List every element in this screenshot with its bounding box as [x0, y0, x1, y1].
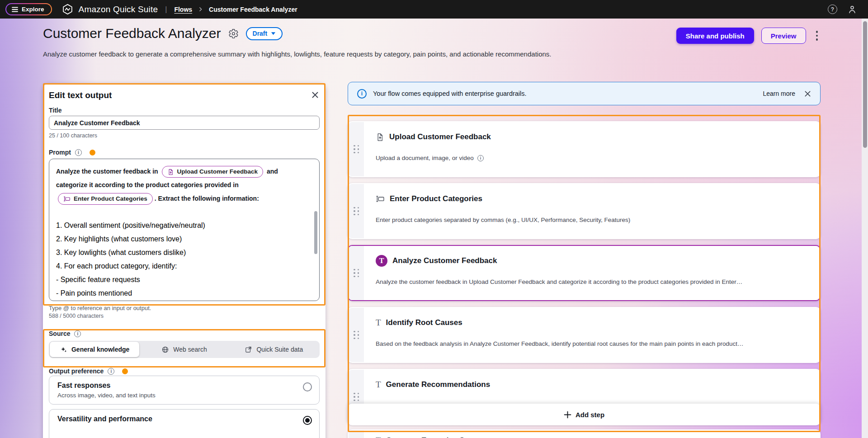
step-title: Upload Customer Feedback — [389, 132, 491, 141]
step-title: Identify Root Causes — [386, 318, 462, 327]
source-tab-label: Web search — [173, 346, 207, 353]
option-title: Versatility and performance — [57, 415, 311, 423]
source-segmented-control: General knowledge Web search — [49, 341, 320, 358]
text-step-badge-icon: T — [376, 255, 387, 267]
prompt-text-segment: Analyze the customer feedback in — [56, 168, 158, 175]
source-label: Source — [49, 330, 70, 337]
drag-dots-icon — [354, 269, 359, 278]
preview-button[interactable]: Preview — [761, 28, 806, 44]
output-preference-label: Output preference — [49, 367, 104, 375]
drag-handle[interactable] — [349, 308, 364, 362]
flow-step-card-1[interactable]: T T Upload Customer Feedback Upload a do… — [348, 121, 821, 177]
prompt-hint: Type @ to reference an input or output. — [49, 305, 320, 311]
close-icon[interactable] — [311, 90, 320, 99]
output-options: Fast responses Across image, video, and … — [49, 376, 320, 438]
step-title: Generate Recommendations — [386, 380, 491, 389]
prompt-list-line: - Pain points mentioned — [56, 287, 308, 300]
flow-editor-page: Customer Feedback Analyzer Draft Share a… — [0, 19, 868, 438]
text-step-icon: T — [376, 436, 381, 438]
prompt-list-line: 3. Key lowlights (what customers dislike… — [56, 246, 308, 259]
upload-file-icon — [376, 133, 384, 141]
add-step-label: Add step — [576, 411, 604, 419]
step-info-icon[interactable]: i — [477, 155, 484, 161]
guardrails-info-banner: i Your flow comes equipped with enterpri… — [348, 82, 821, 105]
step-title: Generate Executive Summary — [386, 436, 495, 438]
explore-button[interactable]: Explore — [5, 3, 52, 15]
prompt-info-icon[interactable]: i — [75, 149, 82, 156]
source-tab-data[interactable]: Quick Suite data — [229, 342, 319, 357]
globe-icon — [161, 346, 169, 353]
text-input-icon — [63, 195, 71, 203]
breadcrumb-chevron-icon — [198, 6, 203, 12]
source-tab-globe[interactable]: Web search — [139, 342, 229, 357]
title-character-counter: 25 / 100 characters — [49, 132, 320, 139]
top-navigation-bar: Explore Amazon Quick Suite | Flows Custo… — [0, 0, 868, 19]
upload-file-icon — [167, 169, 174, 175]
nav-flows-link[interactable]: Flows — [174, 6, 192, 13]
help-icon[interactable]: ? — [828, 5, 837, 14]
more-options-kebab-icon[interactable] — [813, 29, 821, 42]
flow-step-card-6[interactable]: T T Generate Executive Summary — [348, 429, 821, 438]
title-input[interactable] — [49, 116, 320, 130]
title-field-label: Title — [49, 107, 320, 114]
drag-handle[interactable] — [349, 184, 364, 238]
option-subtitle: Across image, video, and text inputs — [57, 392, 311, 399]
draft-label: Draft — [253, 30, 268, 37]
share-and-publish-button[interactable]: Share and publish — [676, 28, 754, 44]
page-title: Customer Feedback Analyzer — [43, 26, 221, 41]
radio-button[interactable] — [303, 382, 312, 391]
output-option-card[interactable]: Fast responses Across image, video, and … — [49, 376, 320, 405]
status-badge-draft[interactable]: Draft — [246, 27, 283, 40]
radio-button[interactable] — [303, 416, 312, 425]
source-tab-label: Quick Suite data — [256, 346, 303, 353]
pill-label: Upload Customer Feedback — [177, 165, 258, 179]
drag-dots-icon — [354, 331, 359, 339]
user-icon[interactable] — [847, 5, 857, 14]
quick-suite-data-icon — [245, 346, 252, 353]
drag-dots-icon — [354, 393, 359, 401]
reference-pill-categories[interactable]: Enter Product Categories — [58, 193, 153, 205]
prompt-text-segment: . Extract the following information: — [155, 195, 259, 202]
annotation-dot-output — [122, 368, 128, 374]
pill-label: Enter Product Categories — [74, 192, 147, 206]
flow-step-card-3[interactable]: T T Analyze Customer Feedback Analyze th… — [348, 245, 821, 301]
flow-step-card-2[interactable]: T T Enter Product Categories Enter produ… — [348, 183, 821, 239]
drag-handle[interactable] — [349, 122, 364, 176]
learn-more-link[interactable]: Learn more — [763, 90, 795, 97]
source-tab-label: General knowledge — [71, 346, 129, 353]
step-subtitle: Based on the feedback analysis in Analyz… — [376, 340, 743, 347]
panel-title: Edit text output — [49, 90, 112, 100]
scrollbar-thumb[interactable] — [863, 21, 867, 148]
text-input-icon — [376, 194, 385, 203]
banner-text: Your flow comes equipped with enterprise… — [373, 90, 527, 97]
explore-label: Explore — [22, 6, 44, 13]
vertical-scrollbar[interactable] — [862, 19, 868, 438]
step-subtitle: Upload a document, image, or video — [376, 155, 474, 161]
step-subtitle: Analyze the customer feedback in Upload … — [376, 278, 742, 285]
edit-text-output-panel: Edit text output Title 25 / 100 characte… — [43, 83, 326, 438]
output-preference-info-icon[interactable]: i — [108, 368, 114, 375]
drag-dots-icon — [354, 207, 359, 216]
text-step-icon: T — [376, 380, 381, 389]
step-title: Analyze Customer Feedback — [392, 256, 497, 265]
add-step-button[interactable]: Add step — [348, 404, 821, 425]
prompt-editor[interactable]: Analyze the customer feedback in Upload … — [49, 159, 320, 301]
drag-dots-icon — [354, 145, 359, 154]
source-tab-sparkle[interactable]: General knowledge — [50, 342, 139, 357]
plus-icon — [564, 411, 571, 419]
topbar-divider: | — [165, 5, 167, 14]
prompt-scrollbar[interactable] — [314, 211, 317, 254]
drag-handle[interactable] — [349, 246, 364, 300]
settings-gear-icon[interactable] — [228, 28, 239, 39]
prompt-list-line: 1. Overall sentiment (positive/negative/… — [56, 219, 308, 232]
flow-step-card-4[interactable]: T T Identify Root Causes Based on the fe… — [348, 307, 821, 363]
source-info-icon[interactable]: i — [74, 330, 81, 337]
text-step-icon: T — [376, 318, 381, 327]
output-option-card[interactable]: Versatility and performance — [49, 409, 320, 438]
banner-close-icon[interactable] — [804, 90, 811, 97]
reference-pill-upload[interactable]: Upload Customer Feedback — [162, 166, 264, 178]
drag-handle[interactable] — [349, 430, 364, 438]
prompt-list-line: 4. For each product category, identify: — [56, 259, 308, 273]
prompt-list-line: 2. Key highlights (what customers love) — [56, 232, 308, 246]
page-description: Analyze customer feedback to generate a … — [43, 50, 703, 58]
